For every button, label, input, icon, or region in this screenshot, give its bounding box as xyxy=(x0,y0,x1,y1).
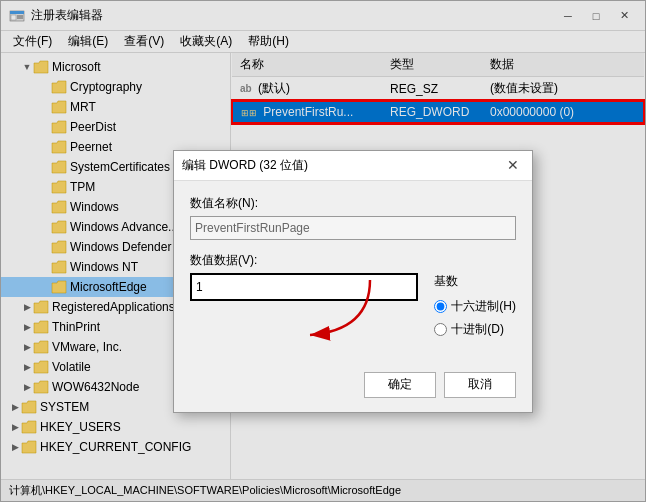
dialog-title-bar: 编辑 DWORD (32 位值) ✕ xyxy=(174,151,532,181)
name-group: 数值名称(N): xyxy=(190,195,516,240)
ok-button[interactable]: 确定 xyxy=(364,372,436,398)
cancel-button[interactable]: 取消 xyxy=(444,372,516,398)
dialog-overlay: 编辑 DWORD (32 位值) ✕ 数值名称(N): 数值数据(V): xyxy=(1,1,645,501)
data-group: 数值数据(V): 基数 十六进制(H) xyxy=(190,252,516,338)
dec-radio[interactable] xyxy=(434,323,447,336)
dialog-close-button[interactable]: ✕ xyxy=(502,154,524,176)
hex-radio[interactable] xyxy=(434,300,447,313)
edit-dword-dialog: 编辑 DWORD (32 位值) ✕ 数值名称(N): 数值数据(V): xyxy=(173,150,533,413)
name-input[interactable] xyxy=(190,216,516,240)
dialog-title: 编辑 DWORD (32 位值) xyxy=(182,157,308,174)
dec-label: 十进制(D) xyxy=(451,321,504,338)
main-window: 注册表编辑器 ─ □ ✕ 文件(F) 编辑(E) 查看(V) 收藏夹(A) 帮助… xyxy=(0,0,646,502)
data-label: 数值数据(V): xyxy=(190,252,516,269)
base-label: 基数 xyxy=(434,273,516,290)
name-label: 数值名称(N): xyxy=(190,195,516,212)
dialog-footer: 确定 取消 xyxy=(174,364,532,412)
dec-radio-label[interactable]: 十进制(D) xyxy=(434,321,516,338)
value-row: 基数 十六进制(H) 十进制(D) xyxy=(190,273,516,338)
dialog-body: 数值名称(N): 数值数据(V): 基数 十六进 xyxy=(174,181,532,364)
hex-radio-label[interactable]: 十六进制(H) xyxy=(434,298,516,315)
base-area: 基数 十六进制(H) 十进制(D) xyxy=(434,273,516,338)
value-input-area xyxy=(190,273,418,338)
hex-label: 十六进制(H) xyxy=(451,298,516,315)
value-data-input[interactable] xyxy=(190,273,418,301)
